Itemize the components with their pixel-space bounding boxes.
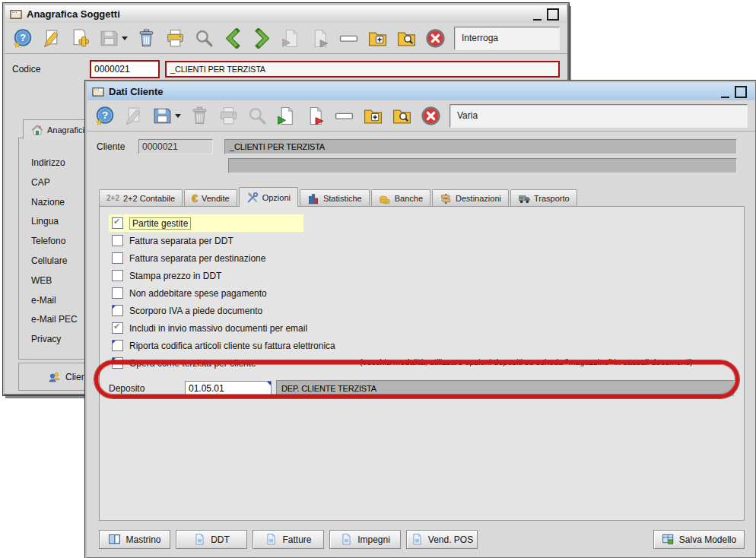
print-button[interactable]	[165, 28, 186, 49]
toolbar-dati-cliente: Varia	[87, 101, 755, 132]
checkbox-row-stampa-prezzo-ddt: Stampa prezzo in DDT	[109, 267, 735, 284]
folder-search-button[interactable]	[396, 28, 417, 49]
help-button[interactable]	[12, 28, 33, 49]
folder-search-button[interactable]	[392, 106, 412, 126]
ddt-button[interactable]: DDT	[176, 530, 247, 549]
checkbox-row-includi-invio-massivo: Includi in invio massivo documenti per e…	[109, 319, 735, 337]
tab-label: 2+2 Contabile	[123, 194, 175, 203]
close-button[interactable]	[421, 106, 441, 126]
checkbox[interactable]	[112, 340, 123, 351]
mastrino-button[interactable]: Mastrino	[99, 530, 170, 549]
close-button[interactable]	[425, 28, 446, 49]
folder-add-button[interactable]	[367, 28, 388, 49]
tab-opzioni[interactable]: Opzioni	[239, 187, 298, 207]
new-document-icon	[70, 28, 91, 49]
checkbox-label: Fattura separata per DDT	[129, 236, 233, 246]
people-icon	[48, 371, 60, 383]
mode-field: Interroga	[454, 27, 560, 50]
edit-button[interactable]	[41, 28, 62, 49]
save-dropdown-arrow-icon[interactable]	[175, 114, 181, 118]
help-icon	[12, 28, 33, 49]
checkbox-label: Riporta codifica articoli cliente su fat…	[129, 341, 335, 351]
save-dropdown-arrow-icon[interactable]	[122, 36, 128, 40]
minimize-button[interactable]	[721, 88, 729, 98]
checkbox[interactable]	[112, 217, 123, 229]
window-title: Anagrafica Soggetti	[27, 8, 120, 20]
button-label: Mastrino	[125, 534, 160, 545]
tab-label: Destinazioni	[456, 194, 501, 203]
new-document-button[interactable]	[70, 28, 91, 49]
checkbox[interactable]	[112, 322, 123, 334]
minimize-button[interactable]	[533, 11, 542, 21]
delete-button[interactable]	[136, 28, 157, 49]
folder-add-icon	[363, 106, 383, 126]
euro-icon: €	[192, 192, 198, 204]
print-button[interactable]	[218, 106, 239, 126]
save-template-icon	[662, 533, 675, 546]
vend-pos-button[interactable]: Vend. POS	[406, 530, 478, 549]
checkbox-label: Non addebitare spese pagamento	[129, 288, 267, 299]
button-label: Salva Modello	[679, 534, 736, 545]
deposito-input[interactable]	[185, 381, 272, 396]
checkbox[interactable]	[112, 305, 123, 316]
delete-button[interactable]	[189, 106, 210, 126]
codice-label: Codice	[12, 64, 90, 75]
cliente-label: Cliente	[97, 141, 138, 152]
tab-banche[interactable]: Banche	[371, 189, 430, 206]
impegni-button[interactable]: Impegni	[329, 530, 401, 549]
save-icon	[152, 106, 173, 126]
desktop: Anagrafica Soggetti I	[0, 0, 756, 558]
import-document-icon	[281, 28, 301, 49]
help-button[interactable]	[94, 106, 115, 126]
button-label: Fatture	[282, 534, 311, 545]
checkbox[interactable]	[112, 252, 123, 264]
close-icon	[425, 28, 446, 49]
save-button[interactable]	[152, 106, 181, 126]
export-document-icon	[305, 106, 326, 126]
import-document-button[interactable]	[281, 28, 301, 49]
tab-trasporto[interactable]: Trasporto	[510, 189, 577, 206]
previous-button[interactable]	[223, 28, 243, 49]
save-button[interactable]	[99, 28, 128, 49]
folder-add-button[interactable]	[363, 106, 383, 126]
tab-statistiche[interactable]: Statistiche	[300, 189, 370, 206]
checkbox[interactable]	[112, 357, 123, 369]
tab-anagrafici-label: Anagrafici	[47, 125, 84, 135]
tab-destinazioni[interactable]: Destinazioni	[432, 189, 509, 206]
codice-input[interactable]	[90, 60, 160, 78]
export-document-button[interactable]	[310, 28, 330, 49]
checkbox[interactable]	[112, 270, 123, 281]
blank-bar-button[interactable]	[338, 28, 359, 49]
import-document-button[interactable]	[276, 106, 297, 126]
cliente-code-field: 0000021	[138, 139, 213, 154]
checkbox-label: Fattura separata per destinazione	[129, 253, 265, 264]
tab-label: Statistiche	[323, 194, 362, 203]
maximize-button[interactable]	[735, 86, 747, 98]
fatture-button[interactable]: Fatture	[253, 530, 324, 549]
folder-add-icon	[367, 28, 388, 49]
deposito-input-wrap	[185, 381, 272, 396]
checkbox[interactable]	[112, 235, 123, 246]
blank-bar-button[interactable]	[334, 106, 354, 126]
window-icon	[10, 8, 22, 21]
tab-label: Opzioni	[262, 193, 291, 202]
tab-label: Trasporto	[534, 194, 570, 203]
tab-contabile[interactable]: 2+2 2+2 Contabile	[99, 189, 183, 206]
search-button[interactable]	[194, 28, 214, 49]
edit-button[interactable]	[123, 106, 144, 126]
titlebar-anagrafica[interactable]: Anagrafica Soggetti	[5, 5, 567, 23]
maximize-button[interactable]	[547, 8, 559, 21]
delete-icon	[189, 106, 210, 126]
tab-vendite[interactable]: € Vendite	[184, 189, 237, 206]
folder-search-icon	[396, 28, 417, 49]
checkbox[interactable]	[112, 287, 123, 299]
titlebar-dati-cliente[interactable]: Dati Cliente	[87, 83, 754, 100]
search-button[interactable]	[247, 106, 268, 126]
export-document-button[interactable]	[305, 106, 326, 126]
salva-modello-button[interactable]: Salva Modello	[653, 530, 745, 549]
tab-anagrafici[interactable]: Anagrafici	[23, 119, 93, 139]
print-icon	[218, 106, 239, 126]
terzista-note: (vecchia modalità, utilizzare opzioni de…	[360, 357, 693, 366]
next-button[interactable]	[252, 28, 272, 49]
window-title: Dati Cliente	[109, 86, 164, 97]
